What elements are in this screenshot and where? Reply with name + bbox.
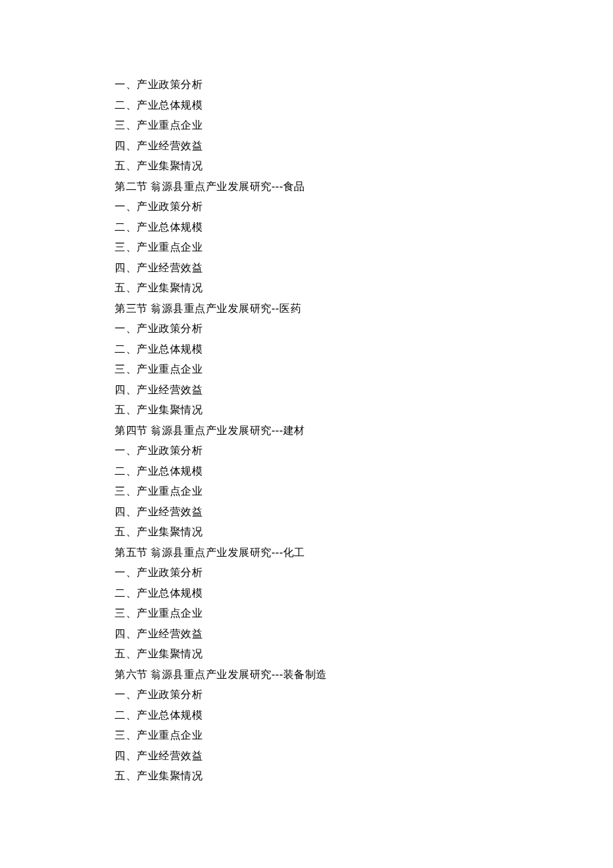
toc-line: 五、产业集聚情况 <box>115 400 498 421</box>
toc-line: 四、产业经营效益 <box>115 136 498 157</box>
toc-line: 二、产业总体规模 <box>115 217 498 238</box>
toc-line: 二、产业总体规模 <box>115 583 498 604</box>
toc-line: 四、产业经营效益 <box>115 380 498 401</box>
toc-line: 四、产业经营效益 <box>115 502 498 523</box>
toc-section-heading: 第三节 翁源县重点产业发展研究--医药 <box>115 299 498 319</box>
toc-line: 二、产业总体规模 <box>115 339 498 360</box>
toc-line: 五、产业集聚情况 <box>115 766 498 787</box>
toc-line: 二、产业总体规模 <box>115 461 498 482</box>
toc-line: 五、产业集聚情况 <box>115 644 498 665</box>
toc-line: 二、产业总体规模 <box>115 95 498 116</box>
toc-line: 一、产业政策分析 <box>115 319 498 339</box>
document-content: 一、产业政策分析 二、产业总体规模 三、产业重点企业 四、产业经营效益 五、产业… <box>115 75 498 787</box>
toc-line: 三、产业重点企业 <box>115 237 498 258</box>
toc-line: 四、产业经营效益 <box>115 624 498 645</box>
toc-line: 五、产业集聚情况 <box>115 522 498 543</box>
toc-line: 五、产业集聚情况 <box>115 156 498 177</box>
toc-line: 五、产业集聚情况 <box>115 278 498 299</box>
toc-line: 三、产业重点企业 <box>115 481 498 502</box>
toc-line: 一、产业政策分析 <box>115 75 498 95</box>
toc-line: 四、产业经营效益 <box>115 258 498 279</box>
toc-line: 一、产业政策分析 <box>115 441 498 461</box>
toc-section-heading: 第二节 翁源县重点产业发展研究---食品 <box>115 177 498 197</box>
toc-line: 三、产业重点企业 <box>115 359 498 380</box>
toc-line: 一、产业政策分析 <box>115 563 498 583</box>
toc-line: 三、产业重点企业 <box>115 725 498 746</box>
toc-line: 二、产业总体规模 <box>115 705 498 726</box>
toc-line: 三、产业重点企业 <box>115 115 498 136</box>
toc-section-heading: 第四节 翁源县重点产业发展研究---建材 <box>115 421 498 441</box>
toc-section-heading: 第六节 翁源县重点产业发展研究---装备制造 <box>115 665 498 685</box>
toc-line: 三、产业重点企业 <box>115 603 498 624</box>
toc-line: 四、产业经营效益 <box>115 746 498 767</box>
toc-line: 一、产业政策分析 <box>115 685 498 705</box>
toc-line: 一、产业政策分析 <box>115 197 498 217</box>
toc-section-heading: 第五节 翁源县重点产业发展研究---化工 <box>115 543 498 563</box>
